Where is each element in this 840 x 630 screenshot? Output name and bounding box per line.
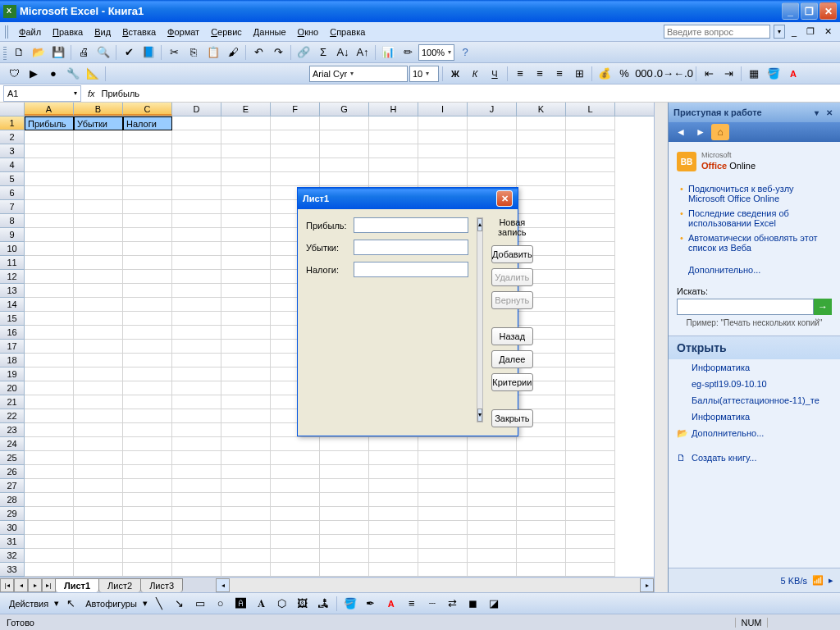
cell[interactable] bbox=[221, 465, 271, 479]
cell[interactable] bbox=[221, 284, 271, 298]
cell[interactable] bbox=[74, 493, 123, 507]
cell[interactable] bbox=[566, 521, 615, 535]
doc-restore-button[interactable]: ❐ bbox=[803, 26, 818, 37]
cell[interactable] bbox=[566, 228, 615, 242]
cell[interactable] bbox=[566, 423, 615, 437]
inc-indent-button[interactable]: ⇥ bbox=[719, 65, 737, 83]
row-header[interactable]: 13 bbox=[0, 284, 25, 298]
cell[interactable] bbox=[320, 437, 369, 451]
cell[interactable] bbox=[25, 340, 74, 354]
cell[interactable] bbox=[418, 507, 468, 521]
redo-button[interactable]: ↷ bbox=[269, 43, 287, 62]
cell[interactable] bbox=[25, 451, 74, 465]
cell[interactable] bbox=[74, 549, 123, 563]
cell[interactable] bbox=[517, 186, 566, 200]
cell[interactable] bbox=[172, 242, 221, 256]
cell[interactable] bbox=[221, 214, 271, 228]
sheet-tab-Лист2[interactable]: Лист2 bbox=[98, 578, 141, 592]
nav-home-button[interactable]: ⌂ bbox=[711, 124, 729, 140]
cell[interactable] bbox=[123, 535, 172, 549]
cell[interactable] bbox=[25, 381, 74, 395]
cell[interactable] bbox=[468, 130, 517, 144]
delete-button[interactable]: Удалить bbox=[491, 268, 533, 286]
help-button[interactable]: ? bbox=[456, 43, 474, 62]
cell[interactable] bbox=[566, 214, 615, 228]
cell[interactable] bbox=[123, 256, 172, 270]
row-header[interactable]: 20 bbox=[0, 381, 25, 395]
cell[interactable] bbox=[369, 172, 418, 186]
security-button[interactable]: 🛡 bbox=[5, 65, 23, 83]
field-input-1[interactable] bbox=[354, 240, 468, 255]
cell[interactable] bbox=[320, 521, 369, 535]
cell[interactable] bbox=[566, 340, 615, 354]
cell[interactable] bbox=[468, 507, 517, 521]
cell[interactable] bbox=[221, 270, 271, 284]
column-header-B[interactable]: B bbox=[74, 103, 123, 116]
cell[interactable] bbox=[566, 200, 615, 214]
online-link[interactable]: Последние сведения об использовании Exce… bbox=[677, 206, 832, 231]
cell[interactable] bbox=[320, 507, 369, 521]
cell[interactable] bbox=[566, 451, 615, 465]
cell[interactable] bbox=[566, 256, 615, 270]
tab-next-button[interactable]: ▸ bbox=[28, 578, 42, 592]
more-link[interactable]: Дополнительно... bbox=[677, 265, 832, 275]
more-files-link[interactable]: Дополнительно... bbox=[677, 425, 832, 441]
menu-формат[interactable]: Формат bbox=[162, 25, 205, 39]
cell[interactable] bbox=[320, 563, 369, 577]
cell[interactable] bbox=[123, 214, 172, 228]
row-header[interactable]: 11 bbox=[0, 256, 25, 270]
fill-color-button[interactable]: 🪣 bbox=[765, 65, 783, 83]
row-header[interactable]: 19 bbox=[0, 368, 25, 381]
align-center-button[interactable]: ≡ bbox=[531, 65, 549, 83]
cell[interactable] bbox=[172, 354, 221, 368]
taskpane-menu-button[interactable]: ▾ bbox=[810, 107, 823, 119]
cell[interactable] bbox=[418, 451, 468, 465]
row-header[interactable]: 24 bbox=[0, 437, 25, 451]
cell[interactable] bbox=[369, 521, 418, 535]
cell[interactable] bbox=[123, 186, 172, 200]
row-header[interactable]: 15 bbox=[0, 312, 25, 326]
cell[interactable] bbox=[172, 437, 221, 451]
cell[interactable] bbox=[25, 437, 74, 451]
tab-first-button[interactable]: |◂ bbox=[0, 578, 14, 592]
cell[interactable] bbox=[25, 563, 74, 577]
column-header-D[interactable]: D bbox=[172, 103, 221, 116]
cell[interactable] bbox=[468, 549, 517, 563]
cell[interactable] bbox=[418, 521, 468, 535]
cell[interactable] bbox=[172, 423, 221, 437]
cell[interactable] bbox=[221, 354, 271, 368]
cell[interactable] bbox=[172, 451, 221, 465]
cell[interactable] bbox=[221, 242, 271, 256]
cell[interactable] bbox=[468, 451, 517, 465]
taskpane-close-button[interactable]: ✕ bbox=[823, 107, 835, 119]
row-header[interactable]: 29 bbox=[0, 507, 25, 521]
cell[interactable] bbox=[418, 465, 468, 479]
cell[interactable] bbox=[74, 451, 123, 465]
cell[interactable] bbox=[468, 479, 517, 493]
cell[interactable]: Налоги bbox=[123, 116, 172, 130]
cell[interactable] bbox=[566, 284, 615, 298]
cell[interactable] bbox=[369, 563, 418, 577]
row-header[interactable]: 27 bbox=[0, 479, 25, 493]
cell[interactable] bbox=[517, 158, 566, 172]
row-header[interactable]: 12 bbox=[0, 270, 25, 284]
row-header[interactable]: 25 bbox=[0, 451, 25, 465]
doc-close-button[interactable]: ✕ bbox=[821, 26, 835, 37]
online-link[interactable]: Автоматически обновлять этот список из В… bbox=[677, 231, 832, 255]
cell[interactable] bbox=[74, 270, 123, 284]
design-button[interactable]: 📐 bbox=[84, 65, 102, 83]
menu-справка[interactable]: Справка bbox=[324, 25, 371, 39]
cell[interactable] bbox=[74, 354, 123, 368]
cell[interactable] bbox=[221, 563, 271, 577]
cell[interactable] bbox=[25, 395, 74, 409]
cell[interactable] bbox=[221, 116, 271, 130]
cell[interactable] bbox=[74, 214, 123, 228]
menu-правка[interactable]: Правка bbox=[47, 25, 89, 39]
cell[interactable] bbox=[74, 437, 123, 451]
cell[interactable] bbox=[320, 116, 369, 130]
menu-вставка[interactable]: Вставка bbox=[116, 25, 162, 39]
sheet-tab-Лист1[interactable]: Лист1 bbox=[55, 578, 99, 592]
cell[interactable] bbox=[517, 507, 566, 521]
doc-minimize-button[interactable]: _ bbox=[788, 27, 800, 37]
new-button[interactable]: 🗋 bbox=[10, 43, 28, 62]
